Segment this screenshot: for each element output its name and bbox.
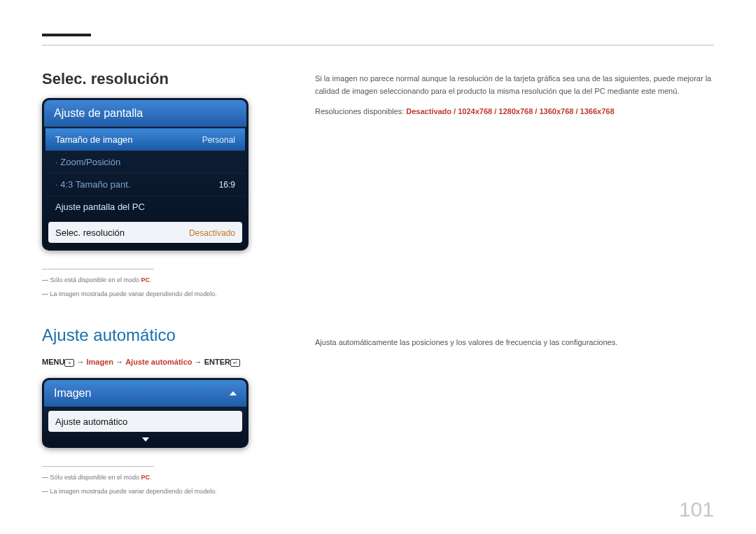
row-label: Tamaño de imagen [55, 134, 133, 145]
section1-footnotes: Sólo está disponible en el modo PC. La i… [42, 269, 280, 297]
header-accent-bar [42, 34, 91, 36]
section1-description: Si la imagen no parece normal aunque la … [315, 70, 714, 304]
bc-imagen: Imagen [87, 358, 114, 366]
imagen-panel: Imagen Ajuste automático [42, 378, 248, 448]
footnote1: Sólo está disponible en el modo PC. [42, 276, 280, 283]
row-label: Selec. resolución [55, 227, 125, 238]
footnote2b: La imagen mostrada puede variar dependie… [42, 488, 280, 495]
row-label: 4:3 Tamaño pant. [55, 179, 130, 190]
enter-icon: ↵ [230, 359, 240, 367]
page-number: 101 [679, 498, 714, 521]
menu-icon: ≡ [64, 359, 74, 367]
row-value: Desactivado [189, 228, 235, 238]
row-label: Ajuste pantalla del PC [55, 202, 145, 212]
row-label: Ajuste automático [55, 416, 127, 427]
breadcrumb: MENU≡ → Imagen → Ajuste automático → ENT… [42, 358, 280, 367]
row-value: Personal [202, 135, 235, 145]
footnote2: La imagen mostrada puede variar dependie… [42, 290, 280, 297]
bc-ajuste: Ajuste automático [125, 358, 192, 366]
row-ajuste-pantalla-pc[interactable]: Ajuste pantalla del PC [46, 195, 245, 218]
screen-adjust-panel: Ajuste de pantalla Tamaño de imagen Pers… [42, 98, 248, 251]
row-label: Zoom/Posición [55, 157, 120, 167]
bc-menu: MENU [42, 358, 64, 366]
arrow-down-icon [142, 437, 149, 442]
section2-description: Ajusta automáticamente las posiciones y … [315, 304, 714, 502]
section2-right-text: Ajusta automáticamente las posiciones y … [315, 337, 714, 349]
section2-title: Ajuste automático [42, 325, 280, 345]
arrow-up-icon[interactable] [230, 391, 237, 395]
panel2-header: Imagen [44, 380, 246, 407]
row-43-tamano[interactable]: 4:3 Tamaño pant. 16:9 [46, 173, 245, 195]
panel1-header: Ajuste de pantalla [44, 100, 246, 127]
row-tamano-imagen[interactable]: Tamaño de imagen Personal [46, 128, 245, 150]
section1-right-text: Si la imagen no parece normal aunque la … [315, 73, 714, 97]
row-selec-resolucion[interactable]: Selec. resolución Desactivado [48, 222, 242, 243]
row-ajuste-automatico[interactable]: Ajuste automático [48, 411, 242, 432]
resolutions-line: Resoluciones disponibles: Desactivado / … [315, 106, 714, 118]
row-zoom-posicion[interactable]: Zoom/Posición [46, 150, 245, 173]
footnote1b: Sólo está disponible en el modo PC. [42, 474, 280, 481]
section1-title: Selec. resolución [42, 70, 280, 88]
section2-footnotes: Sólo está disponible en el modo PC. La i… [42, 466, 280, 495]
panel1-body: Tamaño de imagen Personal Zoom/Posición … [44, 127, 246, 248]
header-rule [42, 45, 714, 45]
bc-enter: ENTER [204, 358, 230, 366]
panel2-body: Ajuste automático [44, 407, 246, 446]
row-value: 16:9 [219, 180, 235, 190]
arrow-down-row[interactable] [46, 435, 245, 444]
